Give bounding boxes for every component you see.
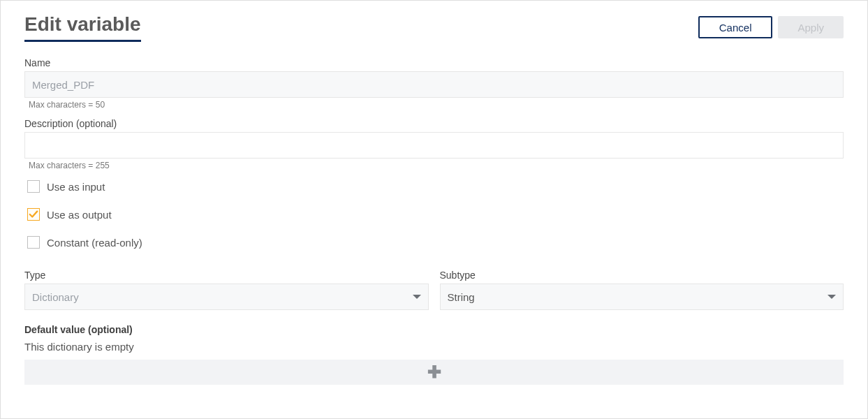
use-as-output-label: Use as output [47,209,112,221]
chevron-down-icon [413,295,421,299]
check-icon [29,210,38,219]
title-wrap: Edit variable [24,13,141,42]
name-input[interactable] [24,71,844,98]
subtype-value: String [448,291,475,303]
type-subtype-row: Type Dictionary Subtype String [24,270,844,310]
default-value-section: Default value (optional) This dictionary… [24,324,844,385]
description-field-group: Description (optional) Max characters = … [24,118,844,170]
apply-button: Apply [778,16,844,38]
subtype-col: Subtype String [440,270,844,310]
constant-label: Constant (read-only) [47,237,142,249]
name-field-group: Name Max characters = 50 [24,57,844,110]
header-actions: Cancel Apply [698,16,844,38]
constant-row: Constant (read-only) [27,236,844,249]
type-col: Type Dictionary [24,270,429,310]
constant-checkbox[interactable] [27,236,40,249]
checkbox-stack: Use as input Use as output Constant (rea… [24,180,844,249]
plus-icon: ✚ [427,364,441,381]
use-as-input-checkbox[interactable] [27,180,40,193]
description-input[interactable] [24,132,844,159]
default-value-label: Default value (optional) [24,324,844,335]
chevron-down-icon [827,295,836,299]
description-label: Description (optional) [24,118,844,129]
name-helper: Max characters = 50 [29,100,844,110]
add-entry-button[interactable]: ✚ [24,360,844,385]
name-label: Name [24,57,844,68]
cancel-button[interactable]: Cancel [698,16,773,38]
subtype-select[interactable]: String [440,284,844,310]
use-as-output-checkbox[interactable] [27,208,40,221]
header-row: Edit variable Cancel Apply [24,13,844,42]
use-as-output-row: Use as output [27,208,844,221]
description-helper: Max characters = 255 [29,161,844,170]
default-value-empty-msg: This dictionary is empty [24,341,844,353]
subtype-label: Subtype [440,270,844,281]
use-as-input-label: Use as input [47,181,105,193]
page-title: Edit variable [24,13,141,42]
type-select[interactable]: Dictionary [24,284,429,310]
type-label: Type [24,270,429,281]
type-value: Dictionary [32,291,79,303]
use-as-input-row: Use as input [27,180,844,193]
edit-variable-panel: Edit variable Cancel Apply Name Max char… [0,0,868,419]
